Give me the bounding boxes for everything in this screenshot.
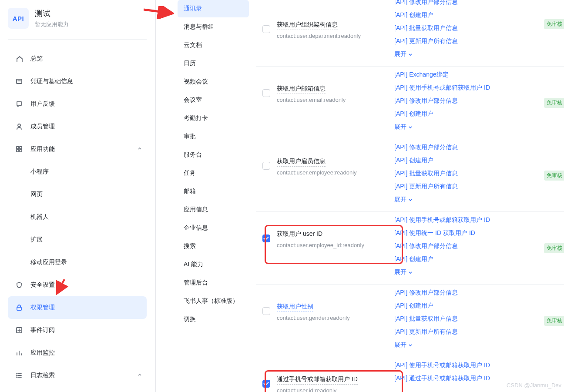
perm-scope: contact:user.department:readonly xyxy=(277,33,394,39)
sidebar-label-14: 日志检索 xyxy=(30,372,55,379)
perm-scope: contact:user.email:readonly xyxy=(277,97,394,103)
sidebar-label-4: 应用功能 xyxy=(30,145,55,153)
api-link[interactable]: [API] 更新用户所有信息 xyxy=(394,37,564,45)
api-link[interactable]: [API] 使用手机号或邮箱获取用户 ID xyxy=(394,216,564,224)
sidebar-label-5: 小程序 xyxy=(30,168,49,176)
api-link[interactable]: [API] 创建用户 xyxy=(394,11,564,19)
sidebar-item-11[interactable]: 权限管理 xyxy=(8,296,147,319)
perm-row-5: 通过手机号或邮箱获取用户 IDcontact:user.id:readonly[… xyxy=(256,357,564,392)
perm-row-1: 获取用户邮箱信息contact:user.email:readonly[API]… xyxy=(256,67,564,139)
category-item-13[interactable]: 搜索 xyxy=(178,238,249,255)
perm-checkbox-3[interactable] xyxy=(262,235,270,242)
sidebar-item-2[interactable]: 用户反馈 xyxy=(8,93,147,115)
perm-checkbox-5[interactable] xyxy=(262,380,270,388)
api-link[interactable]: [API] 创建用户 xyxy=(394,110,564,118)
sidebar-item-7[interactable]: 机器人 xyxy=(8,206,147,228)
sidebar-icon-12 xyxy=(16,327,23,334)
api-link[interactable]: [API] 修改用户部分信息 xyxy=(394,0,564,6)
api-link[interactable]: [API] 更新用户所有信息 xyxy=(394,183,564,191)
api-link[interactable]: [API] 修改用户部分信息 xyxy=(394,242,564,250)
sidebar-label-2: 用户反馈 xyxy=(30,100,55,108)
category-item-7[interactable]: 审批 xyxy=(178,128,249,145)
api-link[interactable]: [API] 批量获取用户信息 xyxy=(394,170,564,178)
perm-checkbox-1[interactable] xyxy=(262,89,270,97)
sidebar-label-6: 网页 xyxy=(30,191,43,198)
sidebar-icon-14 xyxy=(16,372,23,379)
category-item-16[interactable]: 飞书人事（标准版） xyxy=(178,292,249,310)
category-item-14[interactable]: AI 能力 xyxy=(178,256,249,273)
perm-name: 获取用户雇员信息 xyxy=(277,157,326,167)
api-link[interactable]: [API] 创建用户 xyxy=(394,255,564,263)
category-item-5[interactable]: 会议室 xyxy=(178,91,249,109)
sidebar-item-3[interactable]: 成员管理 xyxy=(8,115,147,138)
perm-checkbox-0[interactable] xyxy=(262,25,270,33)
category-item-4[interactable]: 视频会议 xyxy=(178,73,249,90)
api-link[interactable]: [API] 更新用户所有信息 xyxy=(394,328,564,336)
sidebar-icon-3 xyxy=(16,123,23,130)
sidebar-label-7: 机器人 xyxy=(30,213,49,221)
sidebar-label-12: 事件订阅 xyxy=(30,326,55,334)
perm-checkbox-2[interactable] xyxy=(262,162,270,170)
api-link[interactable]: [API] 使用手机号或邮箱获取用户 ID xyxy=(394,84,564,92)
sidebar-label-1: 凭证与基础信息 xyxy=(30,77,73,85)
svg-rect-0 xyxy=(17,79,22,84)
perm-scope: contact:user.id:readonly xyxy=(277,387,394,392)
category-item-12[interactable]: 企业信息 xyxy=(178,219,249,237)
category-item-17[interactable]: 切换 xyxy=(178,311,249,328)
svg-rect-7 xyxy=(17,307,21,310)
api-link[interactable]: [API] 修改用户部分信息 xyxy=(394,97,564,105)
api-link[interactable]: [API] 使用统一 ID 获取用户 ID xyxy=(394,229,564,237)
category-item-10[interactable]: 邮箱 xyxy=(178,183,249,200)
sidebar-label-13: 应用监控 xyxy=(30,349,55,357)
sidebar-item-14[interactable]: 日志检索 xyxy=(8,364,147,387)
category-item-1[interactable]: 消息与群组 xyxy=(178,18,249,36)
sidebar-item-1[interactable]: 凭证与基础信息 xyxy=(8,70,147,93)
api-link[interactable]: [API] Exchange绑定 xyxy=(394,71,564,79)
sidebar-item-12[interactable]: 事件订阅 xyxy=(8,319,147,342)
perm-checkbox-4[interactable] xyxy=(262,307,270,315)
category-item-2[interactable]: 云文档 xyxy=(178,37,249,54)
expand-link[interactable]: 展开 xyxy=(394,50,413,58)
review-badge: 免审核 xyxy=(544,171,564,181)
perm-row-3: 获取用户 user IDcontact:user.employee_id:rea… xyxy=(256,212,564,285)
expand-link[interactable]: 展开 xyxy=(394,196,413,204)
api-link[interactable]: [API] 批量获取用户信息 xyxy=(394,315,564,323)
sidebar-item-10[interactable]: 安全设置 xyxy=(8,274,147,296)
category-item-8[interactable]: 服务台 xyxy=(178,146,249,164)
perm-row-2: 获取用户雇员信息contact:user.employee:readonly[A… xyxy=(256,139,564,212)
api-link[interactable]: [API] 使用手机号或邮箱获取用户 ID xyxy=(394,362,564,369)
perm-name: 获取用户组织架构信息 xyxy=(277,21,338,30)
api-link[interactable]: [API] 批量获取用户信息 xyxy=(394,24,564,32)
api-link[interactable]: [API] 创建用户 xyxy=(394,157,564,164)
sidebar-item-9[interactable]: 移动应用登录 xyxy=(8,251,147,274)
sidebar-item-0[interactable]: 总览 xyxy=(8,47,147,70)
category-item-9[interactable]: 任务 xyxy=(178,164,249,182)
category-item-15[interactable]: 管理后台 xyxy=(178,274,249,291)
expand-link[interactable]: 展开 xyxy=(394,123,413,131)
sidebar-item-13[interactable]: 应用监控 xyxy=(8,342,147,364)
api-link[interactable]: [API] 通过手机号或邮箱获取用户 ID xyxy=(394,375,564,382)
sidebar-label-11: 权限管理 xyxy=(30,304,55,312)
svg-point-18 xyxy=(17,375,17,376)
sidebar-icon-10 xyxy=(16,281,23,288)
category-item-11[interactable]: 应用信息 xyxy=(178,201,249,218)
sidebar-item-6[interactable]: 网页 xyxy=(8,183,147,206)
category-item-3[interactable]: 日历 xyxy=(178,55,249,72)
sidebar-item-8[interactable]: 扩展 xyxy=(8,228,147,251)
api-link[interactable]: [API] 修改用户部分信息 xyxy=(394,144,564,151)
expand-link[interactable]: 展开 xyxy=(394,341,413,349)
sidebar-item-4[interactable]: 应用功能 xyxy=(8,138,147,161)
sidebar-label-0: 总览 xyxy=(30,55,43,63)
api-link[interactable]: [API] 修改用户部分信息 xyxy=(394,289,564,297)
category-item-6[interactable]: 考勤打卡 xyxy=(178,110,249,127)
sidebar-icon-1 xyxy=(16,78,23,85)
expand-link[interactable]: 展开 xyxy=(394,268,413,276)
api-link[interactable]: [API] 创建用户 xyxy=(394,302,564,310)
sidebar-icon-0 xyxy=(16,55,23,62)
chevron-up-icon xyxy=(137,146,142,153)
sidebar-item-5[interactable]: 小程序 xyxy=(8,161,147,183)
sidebar-label-8: 扩展 xyxy=(30,236,43,244)
category-item-0[interactable]: 通讯录 xyxy=(178,0,249,17)
svg-point-2 xyxy=(18,124,20,127)
perm-scope: contact:user.employee:readonly xyxy=(277,169,394,176)
